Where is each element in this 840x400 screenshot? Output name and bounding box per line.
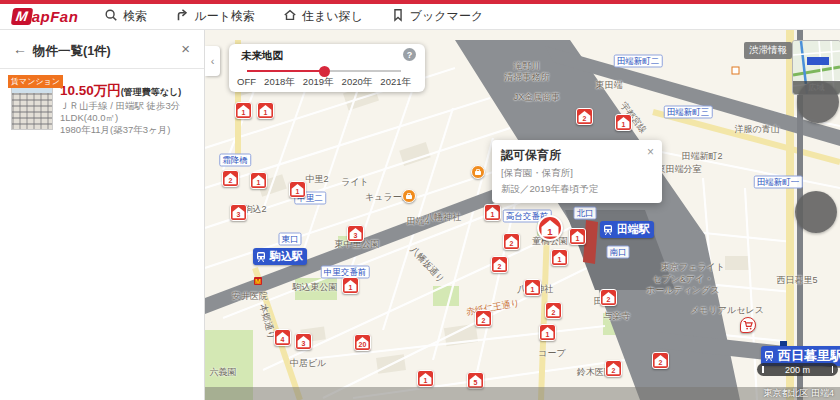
attribution-text: 東京都北区 田端4 xyxy=(763,387,834,400)
nursery-marker[interactable]: 1 xyxy=(569,228,586,245)
map-area-label: 八幡坂通り xyxy=(408,244,447,285)
nursery-marker[interactable]: 1 xyxy=(524,279,541,296)
future-map-title: 未来地図 xyxy=(241,49,283,63)
timeline-option-0[interactable]: OFF xyxy=(237,76,256,89)
station-label: 田端駅 xyxy=(600,221,654,238)
marker-number: 1 xyxy=(621,121,625,128)
map-area-label: 西日暮里5 xyxy=(776,275,817,286)
timeline-option-2[interactable]: 2019年 xyxy=(303,76,334,89)
timeline-option-1[interactable]: 2018年 xyxy=(264,76,295,89)
nav-search[interactable]: 検索 xyxy=(104,8,147,25)
marker-number: 20 xyxy=(358,341,366,348)
marker-number: 4 xyxy=(280,336,284,343)
nursery-marker[interactable]: 2 xyxy=(652,352,669,369)
map-area-label: セブン&アイ・ ホールディングス xyxy=(646,274,719,297)
top-bar: M apFan 検索ルート検索住まい探しブックマーク xyxy=(0,0,840,30)
tooltip-close-icon[interactable]: × xyxy=(647,145,654,159)
property-built: 1980年11月(築37年3ヶ月) xyxy=(60,124,170,137)
scale-bar: 200 m xyxy=(757,363,838,376)
traffic-info-button[interactable]: 渋滞情報 xyxy=(744,42,792,59)
nav-bookmark[interactable]: ブックマーク xyxy=(391,8,483,25)
timeline-track-filled xyxy=(247,70,324,72)
nursery-marker[interactable]: 1 xyxy=(539,324,556,341)
map-place-tag: 田端新町三 xyxy=(664,106,713,119)
marker-number: 1 xyxy=(575,235,579,242)
compass-button[interactable] xyxy=(795,191,837,233)
map-area-label: 洋服の青山 xyxy=(734,124,779,135)
mapfan-app: M apFan 検索ルート検索住まい探しブックマーク ← 物件一覧(1件) × … xyxy=(0,0,840,400)
nursery-marker[interactable]: 20 xyxy=(354,334,371,351)
map-place-tag: 田端新町一 xyxy=(754,176,803,189)
nursery-marker[interactable]: 1 xyxy=(417,370,434,387)
timeline-slider-handle[interactable] xyxy=(319,66,330,77)
nav-housing-search[interactable]: 住まい探し xyxy=(283,8,363,25)
nursery-marker-selected[interactable]: 1 xyxy=(537,215,563,241)
map-canvas[interactable]: M 11212113312112114320221222511滝野川 清掃事務所… xyxy=(205,30,840,400)
shop-marker[interactable] xyxy=(740,317,756,333)
nursery-marker[interactable]: 2 xyxy=(503,233,520,250)
nav-label: 住まい探し xyxy=(302,8,363,25)
map-area-label: 東田端分室 xyxy=(657,164,702,175)
nav-label: ルート検索 xyxy=(194,8,255,25)
marker-number: 3 xyxy=(236,211,240,218)
train-icon xyxy=(763,350,775,362)
nursery-marker[interactable]: 4 xyxy=(274,329,291,346)
tooltip-category: [保育園・保育所] xyxy=(501,167,653,180)
nursery-marker[interactable]: 2 xyxy=(600,289,617,306)
nursery-marker[interactable]: 2 xyxy=(475,310,492,327)
nursery-marker[interactable]: 1 xyxy=(484,204,501,221)
property-price: 10.50万円(管理費等なし) xyxy=(60,82,181,100)
close-icon[interactable]: × xyxy=(181,40,190,57)
timeline-options: OFF2018年2019年2020年2021年 xyxy=(237,76,411,89)
future-map-panel: 未来地図 ? OFF2018年2019年2020年2021年 xyxy=(229,44,425,92)
marker-number: 2 xyxy=(481,317,485,324)
map-area-label: JX金属商事 xyxy=(514,92,561,103)
nursery-marker[interactable]: 1 xyxy=(289,181,306,198)
poi-marker-orange[interactable] xyxy=(471,165,485,179)
back-arrow-icon[interactable]: ← xyxy=(13,41,27,57)
divider xyxy=(0,68,204,69)
nav-label: 検索 xyxy=(123,8,147,25)
marker-number: 2 xyxy=(228,177,232,184)
marker-number: 1 xyxy=(241,109,245,116)
map-area-label: 安井医院 xyxy=(232,291,268,302)
search-icon xyxy=(104,8,118,25)
nursery-marker[interactable]: 1 xyxy=(342,277,359,294)
timeline-option-4[interactable]: 2021年 xyxy=(380,76,411,89)
nursery-marker[interactable]: 2 xyxy=(576,108,593,125)
nursery-marker[interactable]: 5 xyxy=(467,372,484,389)
nursery-marker[interactable]: 2 xyxy=(545,302,562,319)
nursery-marker[interactable]: 1 xyxy=(257,102,274,119)
nursery-marker[interactable]: 2 xyxy=(605,360,622,377)
station-name: 駒込駅 xyxy=(270,249,303,264)
property-photo[interactable] xyxy=(11,82,53,130)
nursery-marker[interactable]: 3 xyxy=(295,333,312,350)
nursery-marker[interactable]: 2 xyxy=(222,170,239,187)
map-area-label: 中居ビル xyxy=(290,358,326,369)
nursery-marker[interactable]: 3 xyxy=(230,204,247,221)
timeline-option-3[interactable]: 2020年 xyxy=(342,76,373,89)
marker-number: 2 xyxy=(658,359,662,366)
nursery-marker[interactable]: 1 xyxy=(615,114,632,131)
nursery-marker[interactable]: 1 xyxy=(235,102,252,119)
nursery-marker[interactable]: 3 xyxy=(347,225,364,242)
map-area-label: 東京フェライト xyxy=(661,262,725,273)
marker-number: 1 xyxy=(256,179,260,186)
nursery-marker[interactable]: 2 xyxy=(491,256,508,273)
poi-marker-orange[interactable] xyxy=(402,189,416,203)
marker-number: 3 xyxy=(301,340,305,347)
nursery-marker[interactable]: 1 xyxy=(551,249,568,266)
nursery-marker[interactable]: 1 xyxy=(250,172,267,189)
rental-badge: 賃マンション xyxy=(8,75,63,88)
marker-number: 2 xyxy=(497,263,501,270)
map-place-tag: 東口 xyxy=(279,233,302,246)
mapfan-logo[interactable]: M apFan xyxy=(12,8,78,25)
marker-number: 2 xyxy=(509,240,513,247)
bookmark-icon xyxy=(391,8,405,25)
sidebar-collapse-button[interactable]: ‹ xyxy=(205,46,220,76)
train-icon xyxy=(255,251,267,263)
nav-route-search[interactable]: ルート検索 xyxy=(175,8,255,25)
help-icon[interactable]: ? xyxy=(403,48,416,61)
marker-number: 2 xyxy=(582,115,586,122)
print-button[interactable] xyxy=(797,81,839,123)
